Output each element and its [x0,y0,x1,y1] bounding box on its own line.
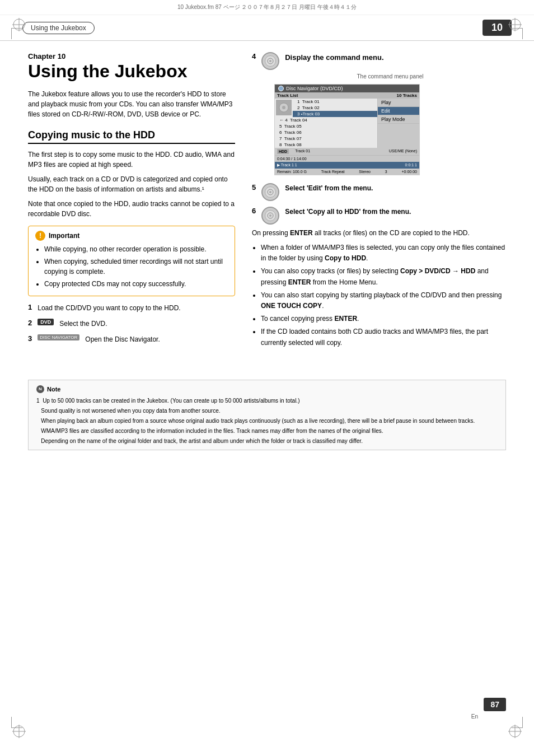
track-4: ← 4 Track 04 [275,117,377,123]
bullet-4: To cancel copying press ENTER. [261,314,506,324]
step-6: 6 Select 'Copy all to HDD' from the menu… [252,207,506,225]
important-title: ! Important [35,231,228,241]
bullet-2: You can also copy tracks (or files) by s… [261,266,506,287]
step-6-bullets: When a folder of WMA/MP3 files is select… [252,242,506,348]
section-heading-copy: Copying music to the HDD [28,129,235,144]
crop-mark-br [512,717,523,728]
panel-title-bar: Disc Navigator (DVD/CD) [275,85,419,92]
note-icon: N [36,385,44,393]
panel-body: 1 Track 01 2 Track 02 3 •Track 03 ← 4 Tr… [275,99,419,148]
panel-caption: The command menu panel [274,73,506,80]
note-item-4: WMA/MP3 files are classified according t… [36,427,498,435]
step-1-num: 1 [28,303,32,311]
important-list: While copying, no other recorder operati… [35,244,228,289]
bullet-5: If the CD loaded contains both CD audio … [261,326,506,348]
note-label: Note [47,385,60,394]
important-item-3: Copy protected CDs may not copy successf… [44,279,228,289]
step-2-num: 2 [28,319,32,327]
bullet-1: When a folder of WMA/MP3 files is select… [261,242,506,264]
bullet-3: You can also start copying by starting p… [261,290,506,311]
track-8: 8 Track 08 [275,142,377,148]
meta-bar: 10 Jukebox.fm 87 ページ ２００７年８月２７日 月曜日 午後４時… [0,0,534,15]
track-3: 3 •Track 03 [293,111,377,117]
page-lang: En [471,713,478,720]
nav-icon-step5 [261,183,279,201]
disc-icon [278,86,284,91]
right-column: 4 Display the command menu. The command … [252,52,506,352]
panel-info-row2: 0:04:30 / 1:14:00 [275,155,419,162]
menu-play: Play [378,99,419,107]
intro-text: The Jukebox feature allows you to use th… [28,89,235,119]
note-item-5: Depending on the name of the original fo… [36,437,498,445]
page-number: 87 [484,698,506,711]
nav-icon-inner-4 [265,55,276,67]
important-box: ! Important While copying, no other reco… [28,226,235,296]
note-item-2: Sound quality is not worsened when you c… [36,407,498,415]
header-section-label: Using the Jukebox [22,22,95,34]
step-6-num: 6 [252,207,256,215]
chapter-title: Using the Jukebox [28,62,235,81]
step-5-num: 5 [252,183,256,192]
chapter-label: Chapter 10 [28,52,235,60]
panel-title: Disc Navigator (DVD/CD) [286,86,343,91]
body-para3: Note that once copied to the HDD, audio … [28,199,235,219]
panel-info-row: HDD Track 01 USE/ME (None) [275,148,419,155]
dvd-badge: DVD [38,319,54,325]
step-4: 4 Display the command menu. [252,52,506,70]
step-3-text: Open the Disc Navigator. [85,334,160,344]
nav-icon-step6 [261,207,279,225]
svg-point-17 [269,191,271,193]
crop-mark-bl [11,717,22,728]
step-5: 5 Select 'Edit' from the menu. [252,183,506,201]
svg-point-19 [269,214,271,217]
nav-icon-step4 [261,52,279,70]
panel-thumb [276,100,292,115]
step-2-text: Select the DVD. [59,319,107,329]
track-7: 7 Track 07 [275,136,377,142]
track-6: 6 Track 06 [275,129,377,136]
step-6-desc: On pressing ENTER all tracks (or files) … [252,228,506,238]
main-content: Chapter 10 Using the Jukebox The Jukebox… [0,41,534,368]
menu-play-mode: Play Mode [378,115,419,124]
menu-edit: Edit [378,107,419,115]
step-3-num: 3 [28,334,32,343]
panel-screenshot: Disc Navigator (DVD/CD) Track List 10 Tr… [274,84,420,175]
step-3: 3 DISC NAVIGATOR Open the Disc Navigator… [28,334,235,344]
note-title: N Note [36,385,498,394]
svg-point-13 [269,60,271,62]
track-1: 1 Track 01 [293,99,377,105]
disc-nav-badge: DISC NAVIGATOR [38,334,79,340]
step-6-text: Select 'Copy all to HDD' from the menu. [285,207,411,217]
body-para1: The first step is to copy some music to … [28,150,235,170]
panel-footer: Remain: 100.0 G Track Repeat Stereo 3 +0… [275,169,419,175]
note-box: N Note 1 Up to 50 000 tracks can be crea… [28,380,506,451]
step-2: 2 DVD Select the DVD. [28,319,235,329]
body-para2: Usually, each track on a CD or DVD is ca… [28,174,235,194]
svg-point-15 [282,106,285,109]
nav-icon-inner-6 [265,210,276,221]
step-4-text: Display the command menu. [285,52,383,63]
step-5-text: Select 'Edit' from the menu. [285,183,373,193]
important-icon: ! [35,231,45,241]
nav-icon-inner-5 [265,186,276,198]
crop-mark-tl [11,28,22,39]
important-item-2: When copying, scheduled timer recordings… [44,256,228,277]
important-item-1: While copying, no other recorder operati… [44,244,228,254]
panel-tracks: 1 Track 01 2 Track 02 3 •Track 03 ← 4 Tr… [275,99,377,148]
panel-status-row: ▶ Track 1 1 0:0:1 1 [275,162,419,169]
panel-track-list-header: Track List 10 Tracks [275,92,419,99]
header-bar: Using the Jukebox 10 [0,15,534,41]
step-4-num: 4 [252,52,256,60]
crop-mark-tr [512,28,523,39]
note-item-1: 1 Up to 50 000 tracks can be created in … [36,396,498,405]
step-1: 1 Load the CD/DVD you want to copy to th… [28,303,235,313]
track-5: 5 Track 05 [275,123,377,129]
note-item-3: When playing back an album copied from a… [36,417,498,425]
track-2: 2 Track 02 [293,105,377,111]
step-1-text: Load the CD/DVD you want to copy to the … [38,303,180,313]
left-column: Chapter 10 Using the Jukebox The Jukebox… [28,52,235,352]
panel-menu: Play Edit Play Mode [377,99,419,148]
